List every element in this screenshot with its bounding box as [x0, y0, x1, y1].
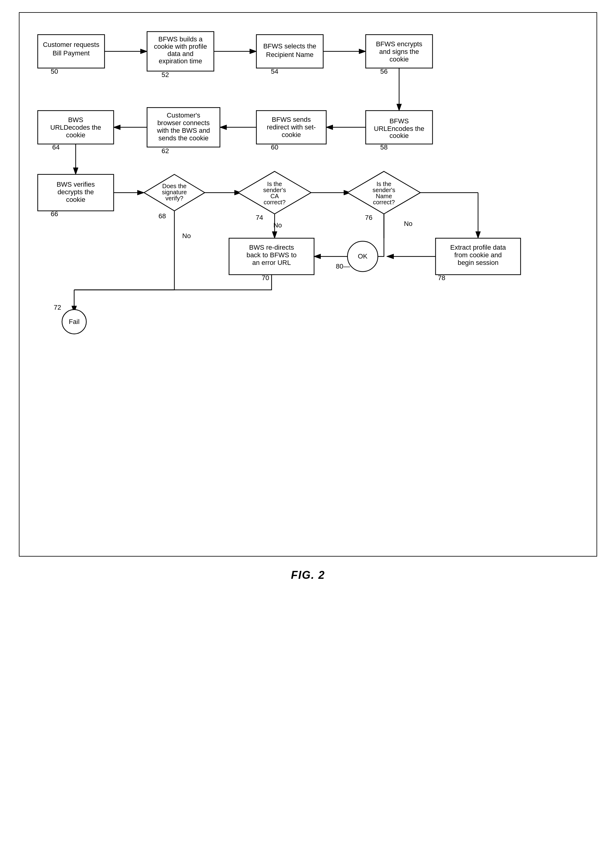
label-70: 70	[262, 274, 269, 282]
flowchart-diagram: Customer requests Bill Payment 50 BFWS b…	[29, 25, 587, 543]
label-64: 64	[52, 144, 60, 151]
no-label-68: No	[182, 232, 191, 239]
diamond-68-text1: Does the	[162, 183, 186, 189]
node-64-text2: URLDecodes the	[50, 123, 101, 131]
node-70-text3: an error URL	[252, 259, 291, 266]
diamond-76-text1: Is the	[377, 181, 392, 187]
label-74: 74	[256, 214, 263, 222]
diamond-74-text1: Is the	[267, 181, 282, 187]
node-62-text3: with the BWS and	[157, 127, 210, 134]
node-58-text3: cookie	[390, 132, 409, 139]
node-52-text1: BFWS builds a	[158, 35, 203, 43]
node-78-text1: Extract profile data	[450, 244, 506, 251]
label-54: 54	[271, 68, 278, 75]
circle-72-text: Fail	[69, 318, 79, 326]
node-52-text4: expiration time	[159, 57, 202, 65]
node-66-text1: BWS verifies	[57, 181, 95, 188]
arrow-70-fail-merge	[74, 274, 272, 290]
label-58: 58	[380, 144, 387, 151]
label-68: 68	[158, 212, 166, 220]
diamond-74-text4: correct?	[264, 199, 286, 205]
node-66-text3: cookie	[66, 196, 85, 203]
node-78-text2: from cookie and	[455, 251, 502, 259]
node-52-text2: cookie with profile	[154, 43, 207, 50]
node-70-text2: back to BFWS to	[246, 251, 297, 259]
circle-80-text: OK	[358, 252, 368, 260]
diamond-74-text3: CA	[270, 193, 279, 200]
page-container: Customer requests Bill Payment 50 BFWS b…	[19, 12, 597, 581]
diamond-68-text3: verify?	[166, 195, 183, 201]
node-64-text3: cookie	[66, 131, 85, 139]
diagram-border: Customer requests Bill Payment 50 BFWS b…	[19, 12, 597, 556]
label-62: 62	[161, 147, 169, 155]
node-70-text1: BWS re-directs	[249, 244, 294, 251]
node-78-text3: begin session	[458, 259, 499, 266]
node-60-text2: redirect with set-	[267, 123, 316, 131]
no-label-76: No	[404, 220, 412, 228]
label-76: 76	[365, 214, 372, 222]
label-80: 80—	[336, 263, 350, 270]
node-52-text3: data and	[167, 50, 193, 57]
node-54-text1: BFWS selects the	[263, 42, 316, 50]
node-62-text4: sends the cookie	[158, 134, 209, 142]
diamond-76-text2: sender's	[373, 186, 395, 193]
label-60: 60	[271, 144, 278, 151]
diamond-76-text4: correct?	[373, 199, 395, 205]
node-50-text2: Bill Payment	[53, 49, 90, 57]
node-50-text: Customer requests	[43, 41, 99, 48]
node-56-text1: BFWS encrypts	[376, 40, 422, 48]
figure-label: FIG. 2	[19, 569, 597, 581]
node-66-text2: decrypts the	[57, 188, 94, 196]
label-78: 78	[438, 274, 445, 282]
node-62-text2: browser connects	[157, 119, 210, 127]
label-66: 66	[51, 210, 58, 218]
node-58-text1: BFWS	[390, 117, 409, 125]
label-72: 72	[54, 304, 61, 311]
diamond-74-text2: sender's	[263, 186, 286, 193]
node-54-text2: Recipient Name	[266, 51, 314, 59]
node-56-text3: cookie	[390, 56, 409, 63]
diamond-76-text3: Name	[376, 193, 392, 200]
arrow-68-fail-path	[74, 211, 175, 290]
node-58-text2: URLEncodes the	[374, 125, 424, 132]
label-56: 56	[380, 68, 387, 75]
label-52: 52	[161, 71, 169, 79]
node-60-text1: BFWS sends	[272, 116, 311, 123]
node-62-text1: Customer's	[167, 112, 200, 119]
label-50: 50	[51, 68, 58, 75]
diamond-68-text2: signature	[162, 189, 187, 195]
node-60-text3: cookie	[282, 131, 301, 138]
node-56-text2: and signs the	[379, 48, 419, 56]
node-64-text1: BWS	[68, 116, 84, 123]
